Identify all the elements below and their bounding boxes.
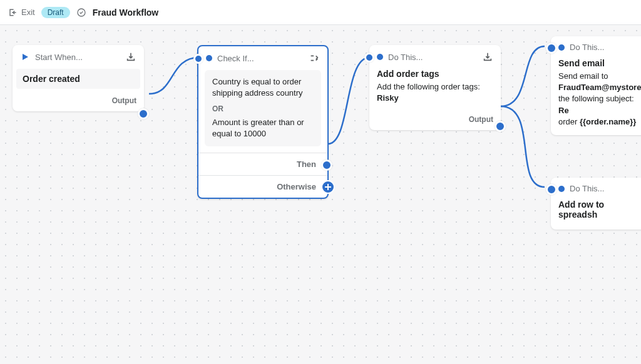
trigger-node[interactable]: Start When... Order created Output [13, 45, 144, 111]
action-dot-icon [377, 54, 383, 60]
action-title: Add order tags [377, 69, 493, 79]
output-port[interactable] [138, 108, 149, 119]
action-title: Send email [558, 58, 641, 68]
then-port[interactable] [321, 159, 332, 171]
action-description: Add the following order tags: Risky [377, 81, 493, 104]
condition-dot-icon [206, 55, 212, 61]
exit-button[interactable]: Exit [8, 8, 35, 18]
draft-badge: Draft [41, 7, 70, 18]
input-port[interactable] [546, 184, 557, 195]
input-port[interactable] [364, 53, 374, 63]
node-header-label: Do This... [570, 184, 604, 193]
condition-rules[interactable]: Country is equal to order shipping addre… [205, 70, 321, 146]
node-header: Check If... [198, 46, 327, 70]
node-header-label: Do This... [570, 43, 604, 52]
node-header-label: Do This... [388, 53, 423, 62]
top-bar: Exit Draft Fraud Workflow [0, 0, 641, 25]
action-node-add-tags[interactable]: Do This... Add order tags Add the follow… [369, 45, 501, 130]
node-header-label: Start When... [35, 53, 83, 62]
input-port[interactable] [193, 54, 203, 64]
condition-node[interactable]: Check If... Country is equal to order sh… [197, 45, 329, 199]
trigger-event[interactable]: Order created [16, 69, 140, 89]
node-header: Do This... [551, 178, 641, 200]
workflow-title: Fraud Workflow [93, 8, 159, 18]
exit-label: Exit [21, 8, 35, 17]
status-check-icon [76, 8, 86, 18]
workflow-canvas[interactable]: Start When... Order created Output Check… [0, 25, 641, 364]
import-icon[interactable] [482, 51, 493, 63]
add-branch-button[interactable] [321, 180, 335, 194]
play-icon [20, 52, 30, 62]
node-header: Do This... [551, 36, 641, 58]
exit-icon [8, 8, 18, 18]
input-port[interactable] [546, 43, 557, 54]
branch-icon[interactable] [309, 53, 320, 64]
action-node-send-email[interactable]: Do This... Send email Send email to Frau… [551, 36, 641, 135]
condition-or: OR [212, 104, 314, 114]
output-label: Output [13, 93, 144, 111]
action-dot-icon [558, 44, 565, 51]
output-port[interactable] [495, 121, 506, 132]
action-node-spreadsheet[interactable]: Do This... Add row to spreadsh [551, 178, 641, 230]
node-header-label: Check If... [217, 54, 254, 63]
condition-rule: Amount is greater than or equal to 10000 [212, 117, 314, 139]
then-label: Then [198, 153, 327, 175]
condition-rule: Country is equal to order shipping addre… [212, 76, 314, 99]
action-dot-icon [558, 186, 565, 192]
action-title: Add row to spreadsh [558, 200, 641, 220]
node-header: Do This... [369, 45, 501, 69]
output-label: Output [369, 111, 501, 130]
import-icon[interactable] [125, 51, 136, 63]
otherwise-label: Otherwise [198, 175, 327, 198]
action-description: Send email to FraudTeam@mystore.c the fo… [558, 71, 641, 128]
node-header: Start When... [13, 45, 144, 69]
